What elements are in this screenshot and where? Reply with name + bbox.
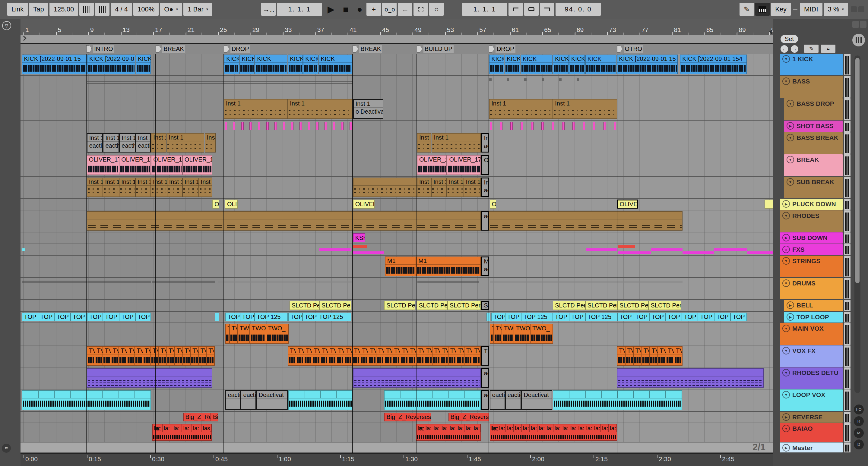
clip-segment[interactable]: TV	[143, 346, 151, 365]
clip[interactable]: KICK	[303, 55, 318, 74]
clip[interactable]: eactiv	[490, 390, 505, 410]
clip[interactable]: SLCTD Per	[447, 301, 481, 310]
nudge-down-button[interactable]	[79, 3, 94, 16]
clip[interactable]: Inst 1	[464, 177, 481, 197]
clip-segment[interactable]: TV	[416, 346, 424, 365]
midi-hit-clip[interactable]	[341, 122, 343, 130]
fold-icon[interactable]: ▼	[782, 257, 790, 265]
clip-segment[interactable]: TV	[400, 346, 408, 365]
clip[interactable]: la:la:la:la:la:la:la:la:la:	[416, 424, 481, 441]
track-header-loop-vox[interactable]: ▼LOOP VOX	[780, 390, 843, 411]
clip-segment[interactable]: TV	[288, 346, 296, 365]
clip-segment[interactable]: TV	[191, 346, 198, 365]
clip[interactable]: TWO	[514, 324, 530, 344]
clip[interactable]: Deactivat	[256, 390, 288, 410]
group-icon[interactable]: ≡	[782, 279, 790, 287]
group-icon[interactable]: ≡	[782, 77, 790, 85]
play-icon[interactable]: ▶	[782, 234, 790, 241]
clip-segment[interactable]: TV	[433, 346, 441, 365]
clip[interactable]: eactio	[241, 390, 256, 410]
play-button[interactable]: ▶	[328, 4, 335, 14]
track-header-rhodes-detu[interactable]: ▼RHODES DETU	[780, 367, 843, 389]
arrangement-clip-area[interactable]: KICK [2022-09-01 15KICK [2022-09-0KICKKI…	[21, 54, 773, 453]
clip[interactable]: Inst 1eactiv	[87, 133, 103, 153]
loop-length-display[interactable]: 94. 0. 0	[556, 3, 601, 16]
clip[interactable]: TOP 1	[38, 312, 54, 321]
clip[interactable]: Inst 1	[447, 177, 464, 197]
clip[interactable]: Inst 1	[135, 177, 151, 197]
clip[interactable]: TV	[494, 324, 502, 344]
clip-segment[interactable]: TV	[111, 346, 119, 365]
clip[interactable]: TOP	[288, 312, 303, 321]
midi-hit-clip[interactable]	[510, 122, 513, 130]
back-to-arrangement-button[interactable]: ←	[398, 3, 412, 16]
clip[interactable]: TOP	[240, 312, 254, 321]
clip[interactable]: Inst 1	[224, 99, 288, 119]
clip[interactable]: M1	[416, 257, 481, 276]
clip[interactable]: TOP	[553, 312, 569, 321]
clip[interactable]: TWO	[238, 324, 250, 344]
clip[interactable]: OLIVER_17	[87, 155, 119, 175]
clip-segment[interactable]: TV	[352, 346, 361, 365]
clip-segment[interactable]: TV	[448, 346, 457, 365]
clip[interactable]: SLCTD Per	[319, 301, 351, 310]
clip[interactable]: Big_Z_Reverses	[384, 413, 431, 422]
clip[interactable]: T	[225, 324, 229, 344]
cpu-load-display[interactable]: 3 %▾	[824, 3, 848, 16]
fold-icon[interactable]: ▼	[786, 134, 794, 141]
computer-midi-keyboard-button[interactable]	[755, 3, 770, 16]
clip[interactable]: Inst 1	[151, 133, 166, 153]
clip[interactable]: TOP 1	[103, 312, 119, 321]
midi-hit-clip[interactable]	[490, 122, 492, 130]
clip-segment[interactable]: TV	[666, 346, 674, 365]
clip-segment[interactable]: TV	[183, 346, 191, 365]
clip[interactable]: O	[481, 155, 488, 175]
groove-amount-display[interactable]: 100%	[133, 3, 159, 16]
clip[interactable]: Inst 1	[167, 177, 183, 197]
midi-hit-clip[interactable]	[572, 122, 575, 130]
track-header-baiao[interactable]: ▼BAIAO	[780, 423, 843, 442]
clip[interactable]	[288, 390, 353, 410]
clip-segment[interactable]: TV	[392, 346, 401, 365]
clip[interactable]: Inst 1	[103, 177, 119, 197]
clip[interactable]: TOP	[225, 312, 240, 321]
clip-segment[interactable]: TV	[336, 346, 344, 365]
clip[interactable]: Ins	[205, 133, 216, 153]
track-header-shot-bass[interactable]: ▶SHOT BASS	[784, 121, 843, 132]
track-header-break[interactable]: ▼BREAK	[784, 154, 843, 176]
clip-segment[interactable]: TV	[617, 346, 625, 365]
clip[interactable]: la:la:la:la:la:la:la:la:la:la:la:la:la:l…	[490, 424, 617, 441]
clip[interactable]	[87, 368, 213, 388]
tap-tempo-button[interactable]: Tap	[29, 3, 48, 16]
midi-map-button[interactable]: MIDI	[800, 3, 822, 16]
clip[interactable]: KICK	[553, 55, 568, 74]
fold-icon[interactable]: ▼	[782, 425, 790, 432]
clip-segment[interactable]: TV	[634, 346, 642, 365]
track-header-sub-break[interactable]: ▼SUB BREAK	[784, 177, 843, 198]
locator-flag[interactable]: BREAK	[352, 45, 382, 53]
midi-arrangement-overdub-button[interactable]: +	[367, 3, 381, 16]
midi-hit-clip[interactable]	[300, 122, 302, 130]
clip[interactable]: M1	[385, 257, 416, 276]
play-icon[interactable]: ▶	[782, 444, 790, 452]
track-header-bass-drop[interactable]: ▼BASS DROP	[784, 98, 843, 120]
scrub-area[interactable]	[21, 35, 773, 44]
clip[interactable]: OLIVER_1	[183, 155, 212, 175]
clip-segment[interactable]: TV	[642, 346, 650, 365]
clip[interactable]: TOP 125	[254, 312, 288, 321]
clip[interactable]: OLIVER_fx	[353, 200, 375, 208]
clip[interactable]: TVTVTVTVTVTVTVTV	[617, 346, 683, 366]
clip-segment[interactable]: TV	[472, 346, 480, 365]
follow-button[interactable]: →‥	[261, 3, 276, 16]
clip[interactable]: Inst 1	[183, 177, 199, 197]
clip[interactable]: TOP 1	[698, 312, 714, 321]
clip-segment[interactable]: TV	[296, 346, 304, 365]
track-header-1-kick[interactable]: ▼1 KICK	[780, 54, 843, 75]
clip[interactable]: OLIVER_fx	[617, 200, 638, 208]
clip[interactable]	[489, 211, 683, 231]
fold-icon[interactable]: ▼	[786, 100, 794, 107]
clip[interactable]: Big_Z_Rev	[183, 413, 211, 422]
track-header-strings[interactable]: ▼STRINGS	[780, 256, 843, 277]
clip[interactable]: KICK [2022-09-01 15	[22, 55, 87, 74]
clip[interactable]: SLCTD Per	[384, 301, 415, 310]
